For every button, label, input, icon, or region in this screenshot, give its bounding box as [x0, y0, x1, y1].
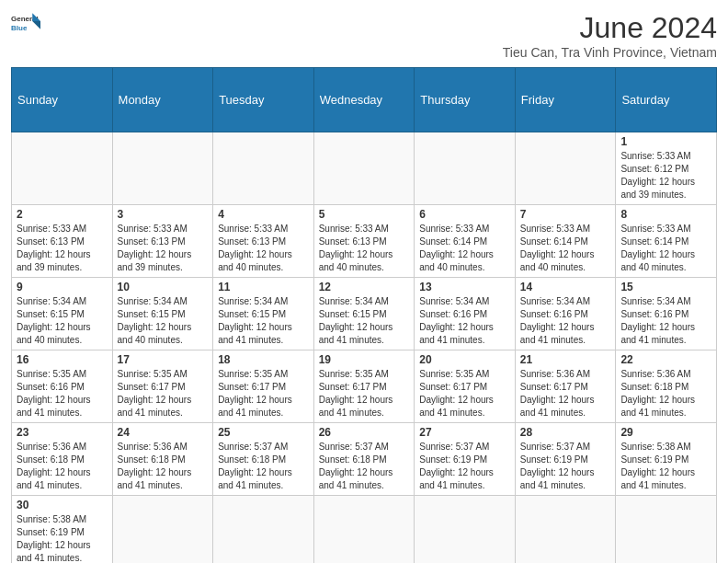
location: Tieu Can, Tra Vinh Province, Vietnam: [503, 45, 717, 60]
calendar-day-cell: 22Sunrise: 5:36 AM Sunset: 6:18 PM Dayli…: [616, 350, 717, 423]
calendar-day-cell: 13Sunrise: 5:34 AM Sunset: 6:16 PM Dayli…: [415, 278, 516, 350]
day-number: 18: [218, 353, 309, 366]
calendar-week-row: 1Sunrise: 5:33 AM Sunset: 6:12 PM Daylig…: [12, 132, 717, 205]
generalblue-logo-icon: General Blue: [11, 11, 40, 37]
calendar-day-cell: 20Sunrise: 5:35 AM Sunset: 6:17 PM Dayli…: [415, 350, 516, 423]
calendar-day-cell: 18Sunrise: 5:35 AM Sunset: 6:17 PM Dayli…: [213, 350, 314, 423]
svg-marker-3: [32, 21, 40, 29]
day-number: 21: [520, 353, 611, 366]
calendar-week-row: 30Sunrise: 5:38 AM Sunset: 6:19 PM Dayli…: [12, 496, 717, 564]
day-info: Sunrise: 5:34 AM Sunset: 6:16 PM Dayligh…: [620, 295, 711, 347]
day-number: 8: [620, 208, 711, 221]
calendar-day-cell: 17Sunrise: 5:35 AM Sunset: 6:17 PM Dayli…: [112, 350, 213, 423]
day-number: 12: [319, 281, 410, 293]
day-number: 10: [118, 281, 209, 293]
calendar-week-row: 23Sunrise: 5:36 AM Sunset: 6:18 PM Dayli…: [12, 423, 717, 496]
calendar-day-cell: 7Sunrise: 5:33 AM Sunset: 6:14 PM Daylig…: [515, 205, 616, 278]
calendar-day-cell: 24Sunrise: 5:36 AM Sunset: 6:18 PM Dayli…: [112, 423, 213, 496]
day-info: Sunrise: 5:37 AM Sunset: 6:18 PM Dayligh…: [218, 441, 309, 492]
calendar-day-cell: [515, 132, 616, 205]
day-info: Sunrise: 5:37 AM Sunset: 6:18 PM Dayligh…: [319, 441, 410, 492]
day-info: Sunrise: 5:33 AM Sunset: 6:14 PM Dayligh…: [520, 223, 611, 274]
day-info: Sunrise: 5:35 AM Sunset: 6:16 PM Dayligh…: [17, 368, 108, 419]
header: General Blue June 2024 Tieu Can, Tra Vin…: [11, 11, 717, 60]
calendar-day-cell: [415, 496, 516, 564]
weekday-header-thursday: Thursday: [415, 68, 516, 132]
page: General Blue June 2024 Tieu Can, Tra Vin…: [0, 0, 728, 563]
day-number: 5: [319, 208, 410, 221]
calendar-day-cell: 6Sunrise: 5:33 AM Sunset: 6:14 PM Daylig…: [415, 205, 516, 278]
day-number: 13: [419, 281, 510, 293]
calendar-day-cell: 27Sunrise: 5:37 AM Sunset: 6:19 PM Dayli…: [415, 423, 516, 496]
day-info: Sunrise: 5:34 AM Sunset: 6:15 PM Dayligh…: [17, 295, 108, 347]
calendar-day-cell: 30Sunrise: 5:38 AM Sunset: 6:19 PM Dayli…: [12, 496, 113, 564]
day-info: Sunrise: 5:36 AM Sunset: 6:18 PM Dayligh…: [620, 368, 711, 419]
day-number: 4: [218, 208, 309, 221]
calendar-day-cell: 2Sunrise: 5:33 AM Sunset: 6:13 PM Daylig…: [12, 205, 113, 278]
day-number: 28: [520, 426, 611, 439]
calendar-day-cell: 4Sunrise: 5:33 AM Sunset: 6:13 PM Daylig…: [213, 205, 314, 278]
calendar-week-row: 9Sunrise: 5:34 AM Sunset: 6:15 PM Daylig…: [12, 278, 717, 350]
calendar-day-cell: 28Sunrise: 5:37 AM Sunset: 6:19 PM Dayli…: [515, 423, 616, 496]
weekday-header-wednesday: Wednesday: [313, 68, 415, 132]
day-number: 14: [520, 281, 611, 293]
calendar-day-cell: [213, 132, 314, 205]
day-info: Sunrise: 5:33 AM Sunset: 6:13 PM Dayligh…: [218, 223, 309, 274]
weekday-header-friday: Friday: [515, 68, 616, 132]
day-number: 24: [118, 426, 209, 439]
day-number: 20: [419, 353, 510, 366]
day-number: 19: [319, 353, 410, 366]
day-info: Sunrise: 5:38 AM Sunset: 6:19 PM Dayligh…: [620, 441, 711, 492]
day-info: Sunrise: 5:33 AM Sunset: 6:12 PM Dayligh…: [620, 150, 711, 201]
calendar-day-cell: 11Sunrise: 5:34 AM Sunset: 6:15 PM Dayli…: [213, 278, 314, 350]
day-info: Sunrise: 5:37 AM Sunset: 6:19 PM Dayligh…: [419, 441, 510, 492]
calendar-day-cell: 26Sunrise: 5:37 AM Sunset: 6:18 PM Dayli…: [313, 423, 415, 496]
calendar-day-cell: 29Sunrise: 5:38 AM Sunset: 6:19 PM Dayli…: [616, 423, 717, 496]
day-info: Sunrise: 5:36 AM Sunset: 6:18 PM Dayligh…: [118, 441, 209, 492]
calendar-week-row: 16Sunrise: 5:35 AM Sunset: 6:16 PM Dayli…: [12, 350, 717, 423]
calendar-day-cell: 3Sunrise: 5:33 AM Sunset: 6:13 PM Daylig…: [112, 205, 213, 278]
day-number: 22: [620, 353, 711, 366]
calendar-day-cell: [616, 496, 717, 564]
calendar-day-cell: 23Sunrise: 5:36 AM Sunset: 6:18 PM Dayli…: [12, 423, 113, 496]
calendar-day-cell: 14Sunrise: 5:34 AM Sunset: 6:16 PM Dayli…: [515, 278, 616, 350]
calendar-day-cell: [112, 496, 213, 564]
calendar-day-cell: 15Sunrise: 5:34 AM Sunset: 6:16 PM Dayli…: [616, 278, 717, 350]
day-number: 11: [218, 281, 309, 293]
day-info: Sunrise: 5:34 AM Sunset: 6:16 PM Dayligh…: [520, 295, 611, 347]
day-info: Sunrise: 5:36 AM Sunset: 6:17 PM Dayligh…: [520, 368, 611, 419]
day-info: Sunrise: 5:35 AM Sunset: 6:17 PM Dayligh…: [319, 368, 410, 419]
day-info: Sunrise: 5:33 AM Sunset: 6:14 PM Dayligh…: [620, 223, 711, 274]
day-number: 1: [620, 135, 711, 148]
weekday-header-tuesday: Tuesday: [213, 68, 314, 132]
calendar-day-cell: 25Sunrise: 5:37 AM Sunset: 6:18 PM Dayli…: [213, 423, 314, 496]
weekday-header-saturday: Saturday: [616, 68, 717, 132]
calendar-day-cell: 21Sunrise: 5:36 AM Sunset: 6:17 PM Dayli…: [515, 350, 616, 423]
day-number: 9: [17, 281, 108, 293]
day-info: Sunrise: 5:34 AM Sunset: 6:15 PM Dayligh…: [218, 295, 309, 347]
calendar-day-cell: [12, 132, 113, 205]
calendar-day-cell: [213, 496, 314, 564]
calendar-week-row: 2Sunrise: 5:33 AM Sunset: 6:13 PM Daylig…: [12, 205, 717, 278]
day-info: Sunrise: 5:36 AM Sunset: 6:18 PM Dayligh…: [17, 441, 108, 492]
calendar-day-cell: [515, 496, 616, 564]
day-number: 26: [319, 426, 410, 439]
calendar-day-cell: 16Sunrise: 5:35 AM Sunset: 6:16 PM Dayli…: [12, 350, 113, 423]
day-info: Sunrise: 5:33 AM Sunset: 6:13 PM Dayligh…: [118, 223, 209, 274]
day-number: 23: [17, 426, 108, 439]
day-info: Sunrise: 5:34 AM Sunset: 6:15 PM Dayligh…: [319, 295, 410, 347]
day-info: Sunrise: 5:35 AM Sunset: 6:17 PM Dayligh…: [419, 368, 510, 419]
day-number: 15: [620, 281, 711, 293]
day-number: 3: [118, 208, 209, 221]
weekday-header-monday: Monday: [112, 68, 213, 132]
day-info: Sunrise: 5:38 AM Sunset: 6:19 PM Dayligh…: [17, 513, 108, 563]
day-info: Sunrise: 5:33 AM Sunset: 6:13 PM Dayligh…: [17, 223, 108, 274]
day-number: 27: [419, 426, 510, 439]
calendar-day-cell: 9Sunrise: 5:34 AM Sunset: 6:15 PM Daylig…: [12, 278, 113, 350]
day-info: Sunrise: 5:33 AM Sunset: 6:13 PM Dayligh…: [319, 223, 410, 274]
logo: General Blue: [11, 11, 40, 37]
day-number: 25: [218, 426, 309, 439]
day-number: 16: [17, 353, 108, 366]
calendar-day-cell: 8Sunrise: 5:33 AM Sunset: 6:14 PM Daylig…: [616, 205, 717, 278]
svg-text:Blue: Blue: [11, 24, 28, 32]
